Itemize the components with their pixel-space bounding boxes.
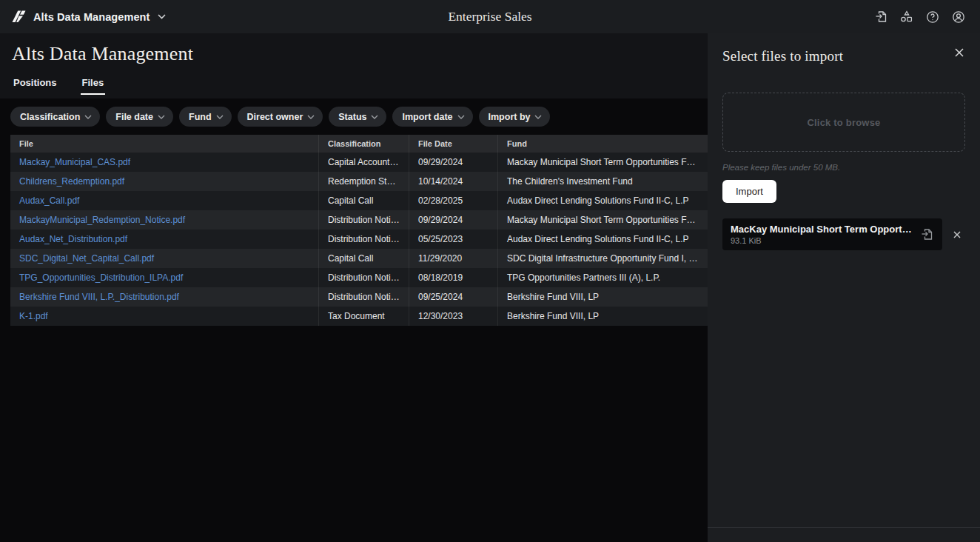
column-header-fund: Fund — [497, 135, 708, 153]
cell-fund: Audax Direct Lending Solutions Fund II-C… — [497, 191, 708, 210]
file-import-icon[interactable] — [919, 227, 934, 242]
filter-fund[interactable]: Fund — [179, 107, 232, 127]
dropzone-label: Click to browse — [807, 117, 880, 128]
cell-classification: Tax Document — [318, 307, 409, 326]
selected-file-name: MacKay Municipal Short Term Opportunitie… — [731, 224, 913, 235]
page-title: Alts Data Management — [12, 43, 696, 65]
filter-label: Status — [338, 112, 366, 122]
help-icon[interactable] — [923, 7, 942, 27]
cell-file-date: 10/14/2024 — [409, 172, 497, 191]
file-link[interactable]: Audax_Call.pdf — [19, 195, 79, 206]
table-row: Mackay_Municipal_CAS.pdfCapital Account … — [10, 153, 708, 172]
file-link[interactable]: K-1.pdf — [19, 311, 48, 321]
cell-file-date: 09/29/2024 — [409, 210, 497, 230]
cell-classification: Distribution Notice — [318, 230, 409, 249]
chevron-down-icon — [216, 115, 224, 119]
cell-file-date: 02/28/2025 — [409, 191, 497, 210]
file-dropzone[interactable]: Click to browse — [722, 93, 965, 152]
filter-import-date[interactable]: Import date — [392, 107, 472, 127]
close-icon[interactable] — [950, 44, 968, 61]
workspace-switcher[interactable]: Alts Data Management — [12, 10, 166, 23]
chevron-down-icon — [158, 115, 165, 119]
cell-file: TPG_Opportunities_Distribution_ILPA.pdf — [10, 268, 318, 287]
selected-file-meta: MacKay Municipal Short Term Opportunitie… — [731, 224, 913, 245]
cell-classification: Capital Call — [318, 249, 409, 268]
cell-file: Mackay_Municipal_CAS.pdf — [10, 153, 318, 172]
cell-file: Berkshire Fund VIII, L.P._Distribution.p… — [10, 287, 318, 307]
filter-file-date[interactable]: File date — [106, 107, 173, 127]
chevron-down-icon — [457, 115, 465, 119]
tab-files[interactable]: Files — [81, 73, 106, 95]
cell-classification: Distribution Notice — [318, 210, 409, 230]
filter-label: Fund — [189, 112, 212, 122]
import-panel: Select files to import Click to browse P… — [708, 33, 980, 542]
cell-file-date: 11/29/2020 — [409, 249, 497, 268]
table-body: Mackay_Municipal_CAS.pdfCapital Account … — [10, 153, 708, 326]
cell-classification: Capital Account S... — [318, 153, 409, 172]
remove-file-icon[interactable] — [949, 227, 965, 243]
app-logo-icon — [12, 10, 26, 23]
file-link[interactable]: Childrens_Redemption.pdf — [19, 176, 124, 187]
chevron-down-icon — [371, 115, 378, 119]
cell-file: SDC_Digital_Net_Capital_Call.pdf — [10, 249, 318, 268]
page-header: Alts Data Management PositionsFiles — [0, 33, 708, 98]
filter-bar: ClassificationFile dateFundDirect ownerS… — [0, 98, 708, 135]
filter-classification[interactable]: Classification — [10, 107, 100, 127]
table-row: MackayMunicipal_Redemption_Notice.pdfDis… — [10, 210, 708, 230]
account-icon[interactable] — [949, 7, 968, 27]
main-content: Alts Data Management PositionsFiles Clas… — [0, 33, 708, 542]
cell-classification: Redemption State... — [318, 172, 409, 191]
workspace-name: Alts Data Management — [33, 11, 150, 23]
cell-file: Audax_Call.pdf — [10, 191, 318, 210]
file-size-note: Please keep files under 50 MB. — [722, 163, 965, 172]
cell-file-date: 09/29/2024 — [409, 153, 497, 172]
table-row: Audax_Net_Distribution.pdfDistribution N… — [10, 230, 708, 249]
cell-fund: SDC Digital Infrastructure Opportunity F… — [497, 249, 708, 268]
column-header-file-date: File Date — [409, 135, 497, 153]
import-panel-title: Select files to import — [722, 48, 965, 64]
cell-file: K-1.pdf — [10, 307, 318, 326]
table-row: TPG_Opportunities_Distribution_ILPA.pdfD… — [10, 268, 708, 287]
file-link[interactable]: SDC_Digital_Net_Capital_Call.pdf — [19, 253, 154, 264]
tab-positions[interactable]: Positions — [12, 73, 58, 95]
cell-fund: Mackay Municipal Short Term Opportunitie… — [497, 153, 708, 172]
cell-file: Childrens_Redemption.pdf — [10, 172, 318, 191]
cell-fund: Mackay Municipal Short Term Opportunitie… — [497, 210, 708, 230]
file-link[interactable]: Audax_Net_Distribution.pdf — [19, 234, 127, 244]
cell-fund: TPG Opportunities Partners III (A), L.P. — [497, 268, 708, 287]
shapes-icon[interactable] — [897, 7, 916, 27]
cell-fund: The Children's Investment Fund — [497, 172, 708, 191]
cell-file: MackayMunicipal_Redemption_Notice.pdf — [10, 210, 318, 230]
import-button[interactable]: Import — [722, 180, 776, 203]
cell-fund: Berkshire Fund VIII, LP — [497, 307, 708, 326]
filter-status[interactable]: Status — [329, 107, 386, 127]
cell-file-date: 08/18/2019 — [409, 268, 497, 287]
filter-import-by[interactable]: Import by — [479, 107, 551, 127]
filter-label: Import date — [402, 112, 452, 122]
filter-direct-owner[interactable]: Direct owner — [238, 107, 323, 127]
cell-file-date: 12/30/2023 — [409, 307, 497, 326]
file-import-icon[interactable] — [871, 7, 890, 27]
table-row: SDC_Digital_Net_Capital_Call.pdfCapital … — [10, 249, 708, 268]
column-header-classification: Classification — [318, 135, 409, 153]
panel-footer-divider — [708, 527, 980, 542]
file-link[interactable]: Berkshire Fund VIII, L.P._Distribution.p… — [19, 292, 179, 302]
filter-label: Classification — [20, 112, 80, 122]
chevron-down-icon — [534, 115, 542, 119]
cell-fund: Berkshire Fund VIII, LP — [497, 287, 708, 307]
column-header-file: File — [10, 135, 318, 153]
cell-file-date: 05/25/2023 — [409, 230, 497, 249]
file-link[interactable]: Mackay_Municipal_CAS.pdf — [19, 157, 130, 167]
file-link[interactable]: TPG_Opportunities_Distribution_ILPA.pdf — [19, 272, 183, 283]
chevron-down-icon — [307, 115, 315, 119]
cell-file: Audax_Net_Distribution.pdf — [10, 230, 318, 249]
chevron-down-icon — [158, 14, 166, 19]
table-header-row: FileClassificationFile DateFund — [10, 135, 708, 153]
filter-label: Direct owner — [247, 112, 303, 122]
file-link[interactable]: MackayMunicipal_Redemption_Notice.pdf — [19, 215, 185, 225]
selected-file-row: MacKay Municipal Short Term Opportunitie… — [722, 218, 965, 250]
cell-file-date: 09/25/2024 — [409, 287, 497, 307]
topbar: Alts Data Management Enterprise Sales — [0, 0, 980, 33]
table-row: K-1.pdfTax Document12/30/2023Berkshire F… — [10, 307, 708, 326]
cell-classification: Distribution Notice — [318, 268, 409, 287]
